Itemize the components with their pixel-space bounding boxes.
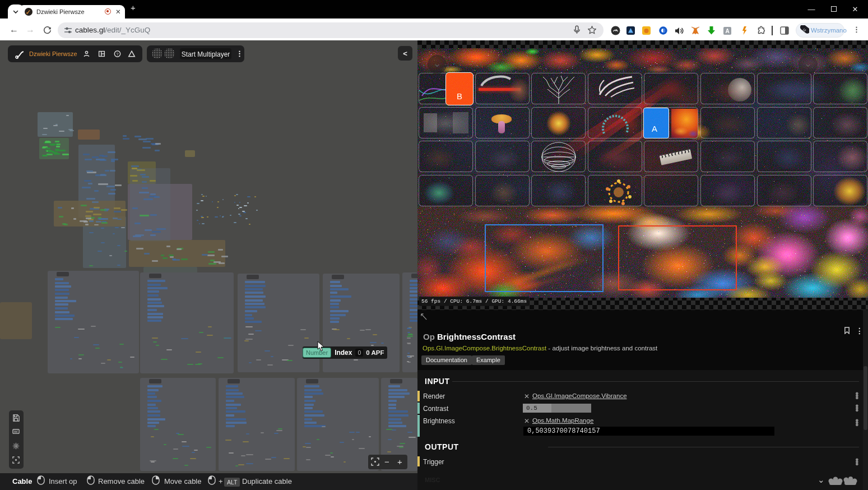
svg-text:A: A bbox=[725, 28, 729, 34]
svg-text:?: ? bbox=[116, 52, 118, 57]
